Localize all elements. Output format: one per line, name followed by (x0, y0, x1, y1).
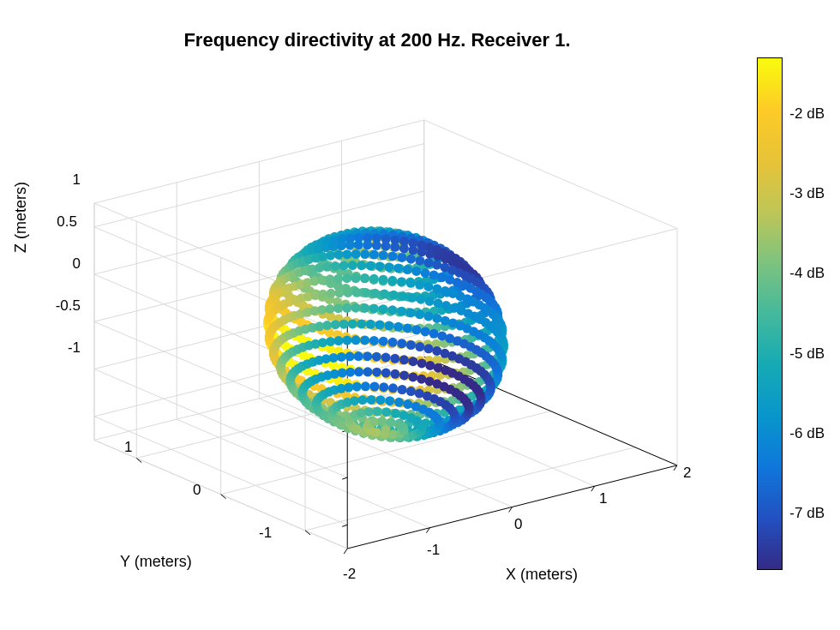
x-tick-label: 2 (683, 465, 691, 482)
z-tick-label: -1 (55, 339, 81, 357)
y-axis-label: Y (meters) (120, 553, 192, 571)
colorbar-tick-label: -3 dB (789, 185, 825, 202)
chart-title: Frequency directivity at 200 Hz. Receive… (0, 29, 754, 51)
y-tick-label: -1 (259, 525, 272, 542)
x-tick-label: 1 (599, 490, 607, 507)
z-axis-label: Z (meters) (12, 182, 30, 253)
colorbar-tick-label: -6 dB (789, 425, 825, 442)
y-tick-label: 1 (124, 439, 132, 456)
z-tick-label: 0.5 (43, 213, 77, 231)
z-tick-label: -0.5 (39, 297, 81, 315)
colorbar-tick-label: -7 dB (789, 505, 825, 522)
x-tick-label: -2 (343, 566, 356, 583)
colorbar-tick-label: -2 dB (789, 105, 825, 123)
colorbar-tick-label: -5 dB (789, 345, 825, 363)
scatter3d-axes[interactable] (34, 60, 737, 609)
z-tick-label: 0 (55, 255, 81, 273)
z-tick-label: 1 (55, 171, 81, 189)
x-tick-label: -1 (427, 542, 440, 559)
y-tick-label: 0 (193, 482, 201, 499)
colorbar-tick-label: -4 dB (789, 265, 825, 282)
x-axis-label: X (meters) (506, 566, 578, 584)
x-tick-label: 0 (514, 516, 522, 533)
colorbar[interactable] (758, 58, 782, 569)
